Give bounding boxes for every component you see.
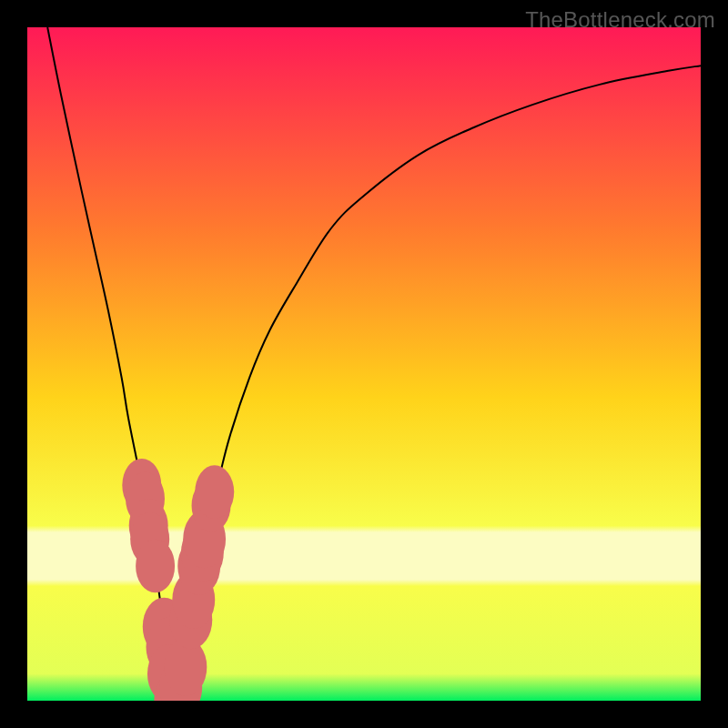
curve-marker [195, 465, 234, 519]
curve-marker [136, 540, 175, 593]
gradient-background [27, 27, 701, 701]
plot-area [27, 27, 701, 701]
bottleneck-chart-svg [27, 27, 701, 701]
chart-frame: TheBottleneck.com [0, 0, 728, 728]
watermark-text: TheBottleneck.com [525, 7, 715, 33]
